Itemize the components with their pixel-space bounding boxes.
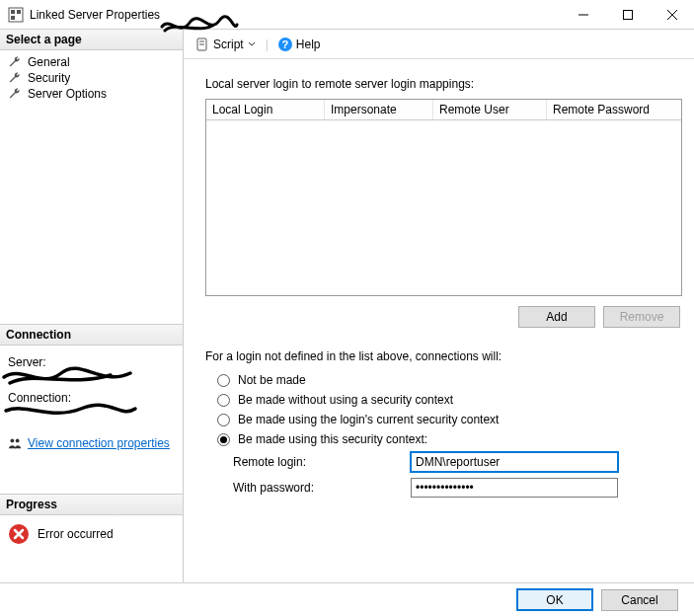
connection-header: Connection [0,324,183,346]
progress-header: Progress [0,494,183,515]
help-label: Help [296,38,321,51]
mappings-grid[interactable]: Local Login Impersonate Remote User Remo… [205,99,682,296]
with-password-label: With password: [233,481,411,495]
minimize-button[interactable] [561,0,605,29]
radio-this-security-context[interactable]: Be made using this security context: [217,432,682,446]
connection-panel: Server: Connection: View connection prop… [0,346,183,494]
wrench-icon [8,55,22,69]
main-panel: Script | ? Help Local server login to re… [184,30,694,582]
close-button[interactable] [650,0,694,29]
select-page-header: Select a page [0,30,183,50]
help-icon: ? [278,38,292,51]
page-list: General Security Server Options [0,50,183,112]
script-label: Script [213,38,244,51]
maximize-button[interactable] [605,0,650,29]
add-button[interactable]: Add [518,306,595,328]
radio-label: Be made using this security context: [238,432,427,446]
page-item-security[interactable]: Security [0,70,183,86]
wrench-icon [8,87,22,101]
server-value-redacted [8,369,175,387]
grid-header-row: Local Login Impersonate Remote User Remo… [206,100,681,120]
page-label: Security [28,71,70,85]
svg-rect-1 [11,10,15,14]
page-label: General [28,55,70,69]
sidebar: Select a page General Security Server Op… [0,30,184,582]
radio-no-security-context[interactable]: Be made without using a security context [217,393,682,407]
title-bar: Linked Server Properties [0,0,694,30]
col-impersonate[interactable]: Impersonate [325,100,433,119]
col-local-login[interactable]: Local Login [206,100,325,119]
dialog-footer: OK Cancel [0,582,694,616]
radio-icon [217,414,230,426]
error-icon [8,523,30,545]
svg-point-8 [10,438,14,442]
script-icon [195,38,209,51]
mappings-intro: Local server login to remote server logi… [205,77,682,91]
toolbar: Script | ? Help [184,30,694,59]
radio-icon [217,374,230,387]
chevron-down-icon [248,40,256,48]
connection-value-redacted [8,405,175,423]
help-button[interactable]: ? Help [274,36,325,53]
connection-mode-group: Not be made Be made without using a secu… [205,373,682,446]
radio-not-made[interactable]: Not be made [217,373,682,387]
window-title: Linked Server Properties [30,8,160,22]
col-remote-user[interactable]: Remote User [433,100,547,119]
svg-rect-5 [623,10,632,19]
radio-icon [217,394,230,407]
options-intro: For a login not defined in the list abov… [205,349,682,363]
page-label: Server Options [28,87,107,101]
radio-current-security-context[interactable]: Be made using the login's current securi… [217,413,682,426]
wrench-icon [8,71,22,85]
remote-login-input[interactable] [411,452,618,472]
svg-rect-2 [17,10,21,14]
radio-label: Be made without using a security context [238,393,453,407]
window-controls [561,0,694,29]
progress-panel: Error occurred [0,515,183,553]
progress-status-text: Error occurred [38,527,114,541]
remote-login-label: Remote login: [233,455,411,469]
svg-rect-3 [11,16,15,20]
radio-icon [217,433,230,446]
radio-label: Not be made [238,373,306,387]
page-item-general[interactable]: General [0,54,183,70]
with-password-input[interactable] [411,478,618,498]
remove-button: Remove [603,306,680,328]
ok-button[interactable]: OK [516,588,593,611]
app-icon [8,7,24,23]
properties-icon [8,436,22,450]
toolbar-separator: | [266,38,269,51]
svg-point-9 [16,438,20,442]
col-remote-password[interactable]: Remote Password [547,100,681,119]
view-connection-properties-link[interactable]: View connection properties [28,436,170,450]
radio-label: Be made using the login's current securi… [238,413,499,426]
page-item-server-options[interactable]: Server Options [0,86,183,102]
cancel-button[interactable]: Cancel [601,589,678,611]
